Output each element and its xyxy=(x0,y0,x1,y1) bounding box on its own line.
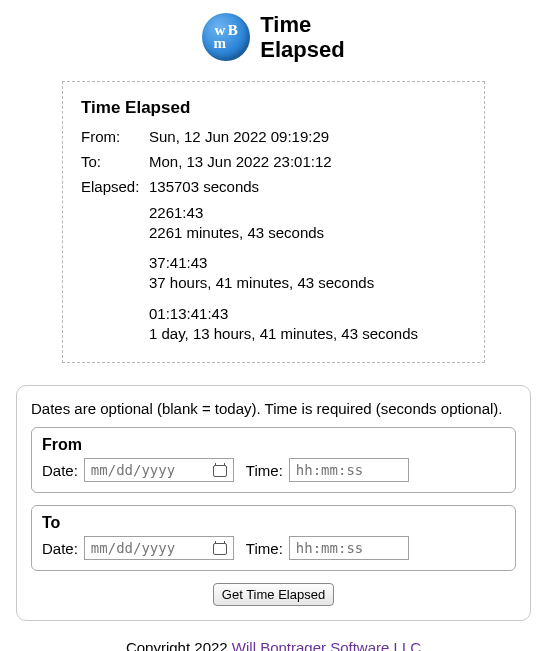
elapsed-block: 2261:43 2261 minutes, 43 seconds xyxy=(149,203,466,244)
app-header: w B m Time Elapsed xyxy=(12,12,535,63)
from-label: From: xyxy=(81,128,143,145)
fieldset-title-to: To xyxy=(42,514,505,532)
get-time-elapsed-button[interactable]: Get Time Elapsed xyxy=(213,583,334,606)
logo-letter: m xyxy=(213,37,226,50)
fieldset-title-from: From xyxy=(42,436,505,454)
to-date-input[interactable]: mm/dd/yyyy xyxy=(84,536,234,560)
to-field-row: Date: mm/dd/yyyy Time: xyxy=(42,536,505,560)
date-label: Date: xyxy=(42,540,78,557)
calendar-icon[interactable] xyxy=(213,463,227,477)
to-fieldset: To Date: mm/dd/yyyy Time: xyxy=(31,505,516,571)
date-placeholder: mm/dd/yyyy xyxy=(91,462,175,478)
from-field-row: Date: mm/dd/yyyy Time: xyxy=(42,458,505,482)
logo-letter xyxy=(226,37,239,50)
footer: Copyright 2022 Will Bontrager Software L… xyxy=(12,639,535,651)
results-title: Time Elapsed xyxy=(81,98,466,118)
time-label: Time: xyxy=(246,462,283,479)
title-line: Time xyxy=(260,12,344,37)
calendar-icon[interactable] xyxy=(213,541,227,555)
date-label: Date: xyxy=(42,462,78,479)
from-fieldset: From Date: mm/dd/yyyy Time: xyxy=(31,427,516,493)
to-row: To: Mon, 13 Jun 2022 23:01:12 xyxy=(81,153,466,170)
to-value: Mon, 13 Jun 2022 23:01:12 xyxy=(149,153,332,170)
elapsed-long: 2261 minutes, 43 seconds xyxy=(149,223,466,243)
results-panel: Time Elapsed From: Sun, 12 Jun 2022 09:1… xyxy=(62,81,485,364)
elapsed-label: Elapsed: xyxy=(81,178,143,195)
from-time-input[interactable] xyxy=(289,458,409,482)
elapsed-long: 1 day, 13 hours, 41 minutes, 43 seconds xyxy=(149,324,466,344)
from-value: Sun, 12 Jun 2022 09:19:29 xyxy=(149,128,329,145)
to-time-input[interactable] xyxy=(289,536,409,560)
from-date-input[interactable]: mm/dd/yyyy xyxy=(84,458,234,482)
elapsed-long: 37 hours, 41 minutes, 43 seconds xyxy=(149,273,466,293)
time-label: Time: xyxy=(246,540,283,557)
date-placeholder: mm/dd/yyyy xyxy=(91,540,175,556)
to-label: To: xyxy=(81,153,143,170)
elapsed-block: 01:13:41:43 1 day, 13 hours, 41 minutes,… xyxy=(149,304,466,345)
elapsed-short: 2261:43 xyxy=(149,203,466,223)
footer-link[interactable]: Will Bontrager Software LLC xyxy=(232,639,421,651)
elapsed-short: 01:13:41:43 xyxy=(149,304,466,324)
copyright-text: Copyright 2022 xyxy=(126,639,232,651)
elapsed-row: Elapsed: 135703 seconds xyxy=(81,178,466,195)
elapsed-block: 37:41:43 37 hours, 41 minutes, 43 second… xyxy=(149,253,466,294)
logo-icon: w B m xyxy=(202,13,250,61)
submit-row: Get Time Elapsed xyxy=(31,583,516,606)
form-panel: Dates are optional (blank = today). Time… xyxy=(16,385,531,621)
elapsed-short: 37:41:43 xyxy=(149,253,466,273)
page-title: Time Elapsed xyxy=(260,12,344,63)
title-line: Elapsed xyxy=(260,37,344,62)
form-hint: Dates are optional (blank = today). Time… xyxy=(31,400,516,417)
logo-letter: B xyxy=(226,24,239,37)
elapsed-seconds: 135703 seconds xyxy=(149,178,259,195)
from-row: From: Sun, 12 Jun 2022 09:19:29 xyxy=(81,128,466,145)
